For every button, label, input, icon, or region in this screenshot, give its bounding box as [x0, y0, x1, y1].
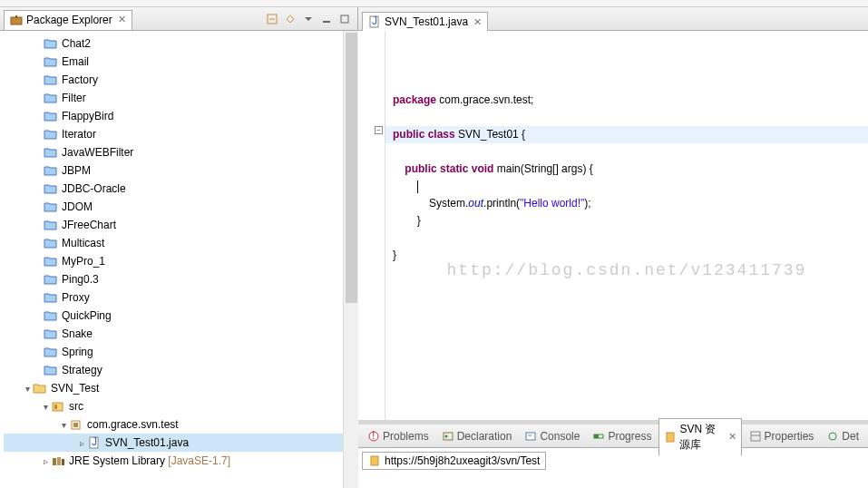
tree-item[interactable]: ▾src	[4, 397, 357, 415]
view-menu-button[interactable]	[301, 12, 316, 26]
folder-icon	[44, 164, 58, 177]
folder-icon	[44, 346, 58, 358]
tree-item[interactable]: Email	[4, 53, 357, 71]
tree-item[interactable]: Factory	[4, 71, 357, 89]
folder-icon	[44, 219, 58, 231]
folder-icon	[44, 255, 58, 268]
tab-declaration[interactable]: Declaration	[436, 426, 518, 446]
tree-item[interactable]: ▹JRE System Library [JavaSE-1.7]	[4, 452, 357, 470]
svg-point-28	[829, 433, 836, 440]
tree-item[interactable]: Strategy	[4, 361, 357, 379]
tab-problems[interactable]: ! Problems	[362, 426, 434, 446]
tree-item-label: MyPro_1	[62, 255, 105, 268]
minimize-button[interactable]	[319, 12, 334, 26]
close-icon[interactable]: ✕	[118, 14, 126, 25]
collapse-all-button[interactable]	[265, 12, 279, 26]
editor-panel: J SVN_Test01.java ✕ − package com.grace.…	[358, 7, 868, 488]
tree-item-label: SVN_Test01.java	[105, 436, 189, 449]
tree-item-label: JDBC-Oracle	[62, 182, 126, 195]
tab-properties[interactable]: Properties	[744, 426, 820, 446]
editor-tabbar: J SVN_Test01.java ✕	[358, 7, 868, 31]
tree-item-label: Filter	[62, 92, 86, 104]
tree-item-label: Email	[62, 55, 89, 68]
src-icon	[51, 400, 65, 413]
tree-item[interactable]: Multicast	[4, 234, 357, 252]
twisty-icon[interactable]: ▹	[40, 456, 51, 466]
tree-item-label: SVN_Test	[51, 382, 99, 395]
close-svn-tab-icon[interactable]: ✕	[728, 431, 736, 443]
tree-item-label: src	[69, 400, 83, 413]
tree-item[interactable]: JFreeChart	[4, 216, 357, 234]
folder-icon	[44, 128, 58, 141]
folder-icon	[44, 237, 58, 249]
tree-item-label: JavaWEBFilter	[62, 146, 133, 159]
tree-item[interactable]: JBPM	[4, 161, 357, 180]
folder-icon	[44, 92, 58, 104]
folder-icon	[44, 200, 58, 213]
svg-rect-6	[53, 403, 63, 411]
svn-url-item[interactable]: https://5h9j8h2uxeagit3/svn/Test	[362, 452, 546, 470]
tree-item[interactable]: Chat2	[4, 34, 357, 53]
svg-rect-24	[594, 434, 599, 438]
twisty-icon[interactable]: ▾	[22, 384, 33, 394]
svg-text:J: J	[92, 436, 97, 448]
progress-icon	[592, 430, 605, 443]
twisty-icon[interactable]: ▾	[58, 420, 69, 430]
editor-tab[interactable]: J SVN_Test01.java ✕	[362, 12, 488, 31]
tree-item[interactable]: ▾com.grace.svn.test	[4, 415, 357, 434]
problems-icon: !	[367, 430, 380, 443]
properties-icon	[749, 430, 762, 443]
tree-item-label: JDOM	[62, 200, 93, 213]
editor-ruler[interactable]: −	[358, 31, 385, 420]
package-tree[interactable]: Chat2EmailFactoryFilterFlappyBirdIterato…	[0, 31, 357, 488]
scroll-thumb[interactable]	[345, 32, 358, 304]
tree-item-label: JBPM	[62, 164, 91, 177]
folder-icon	[44, 37, 58, 50]
det-icon	[826, 430, 839, 443]
svn-repo-body: https://5h9j8h2uxeagit3/svn/Test	[358, 448, 868, 488]
lib-icon	[51, 454, 65, 467]
tree-item-label: com.grace.svn.test	[87, 418, 179, 431]
svn-url-text: https://5h9j8h2uxeagit3/svn/Test	[385, 454, 540, 467]
twisty-icon[interactable]: ▾	[40, 402, 51, 412]
main-area: Package Explorer ✕ Chat2EmailFactoryFilt…	[0, 7, 868, 488]
twisty-icon[interactable]: ▹	[76, 438, 87, 448]
tree-item[interactable]: ▹JSVN_Test01.java	[4, 434, 357, 452]
tree-item-label: JFreeChart	[62, 219, 116, 231]
tab-console[interactable]: Console	[519, 426, 585, 446]
tree-item[interactable]: JDOM	[4, 198, 357, 216]
fold-toggle-icon[interactable]: −	[375, 126, 383, 134]
package-explorer-tab[interactable]: Package Explorer ✕	[4, 10, 132, 30]
editor-body[interactable]: − package com.grace.svn.test; public cla…	[358, 31, 868, 420]
tree-item[interactable]: MyPro_1	[4, 252, 357, 270]
link-editor-button[interactable]	[283, 12, 297, 26]
tree-item[interactable]: Snake	[4, 325, 357, 343]
tree-item[interactable]: Filter	[4, 89, 357, 107]
left-scrollbar[interactable]	[343, 31, 358, 488]
code-area[interactable]: package com.grace.svn.test; public class…	[385, 31, 868, 420]
maximize-button[interactable]	[337, 12, 352, 26]
tree-item-label: Factory	[62, 73, 98, 86]
tree-item[interactable]: Proxy	[4, 288, 357, 307]
package-explorer-panel: Package Explorer ✕ Chat2EmailFactoryFilt…	[0, 7, 358, 488]
tree-item-label: QuickPing	[62, 309, 112, 322]
tab-progress[interactable]: Progress	[587, 426, 657, 446]
tree-item[interactable]: JavaWEBFilter	[4, 143, 357, 161]
tree-item-label: Multicast	[62, 237, 104, 249]
tree-item-label: Iterator	[62, 128, 96, 141]
tree-item[interactable]: Spring	[4, 343, 357, 361]
svg-rect-9	[73, 423, 78, 427]
package-icon	[69, 418, 83, 431]
tab-svn-repo[interactable]: SVN 资源库 ✕	[658, 418, 741, 456]
tree-item-label: Spring	[62, 346, 93, 358]
svg-text:!: !	[372, 430, 375, 442]
tree-item[interactable]: JDBC-Oracle	[4, 180, 357, 198]
tree-item[interactable]: FlappyBird	[4, 107, 357, 125]
close-tab-icon[interactable]: ✕	[473, 16, 482, 28]
tree-item[interactable]: QuickPing	[4, 307, 357, 325]
java-icon: J	[87, 436, 102, 449]
tab-det[interactable]: Det	[821, 426, 864, 446]
tree-item[interactable]: Ping0.3	[4, 270, 357, 288]
tree-item[interactable]: ▾SVN_Test	[4, 379, 357, 397]
tree-item[interactable]: Iterator	[4, 125, 357, 143]
